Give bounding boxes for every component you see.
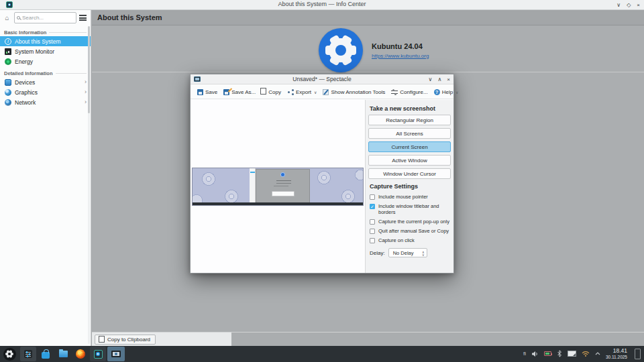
info-icon: i [5,38,11,45]
folder-icon [59,351,68,357]
all-screens-button[interactable]: All Screens [368,128,451,139]
kubuntu-logo-icon [319,28,363,72]
export-icon [287,89,294,95]
checkbox-icon[interactable] [370,229,375,234]
sliders-icon [24,350,32,358]
taskbar-firefox-button[interactable] [72,347,89,361]
export-button[interactable]: Export ∨ [287,89,317,95]
section-detailed-information: Detailed Information [0,66,91,77]
taskbar: fi 18.41 30.11.2025 [0,346,644,362]
chevron-right-icon: › [85,99,87,105]
save-icon [197,89,203,95]
spectacle-window-title: Unsaved* — Spectacle [191,76,453,82]
copy-button[interactable]: Copy [262,89,281,95]
clock-date: 30.11.2025 [606,355,627,359]
show-annotation-tools-button[interactable]: Show Annotation Tools [323,89,385,95]
page-header: About this System [92,10,644,25]
battery-indicator-icon[interactable] [544,351,551,356]
annotation-icon [323,89,329,95]
sidebar-item-graphics[interactable]: Graphics › [0,87,91,97]
current-screen-button[interactable]: Current Screen [368,141,451,152]
home-icon[interactable]: ⌂ [3,14,11,21]
copy-to-clipboard-button[interactable]: Copy to Clipboard [95,335,156,345]
minimize-icon[interactable]: ∨ [616,2,621,8]
sidebar-item-devices[interactable]: Devices › [0,77,91,87]
checkbox-icon[interactable] [370,219,375,225]
show-desktop-button[interactable] [635,349,641,359]
spectacle-panel: Take a new screenshot Rectangular Region… [365,100,453,273]
take-screenshot-heading: Take a new screenshot [370,105,435,112]
option-capture-popup-only[interactable]: Capture the current pop-up only [370,219,453,225]
taskbar-spectacle-task[interactable] [107,347,125,361]
rectangular-region-button[interactable]: Rectangular Region [368,115,451,125]
expand-tray-icon[interactable] [595,352,600,355]
checkbox-icon[interactable] [370,194,375,200]
digital-clock[interactable]: 18.41 30.11.2025 [606,348,627,359]
option-quit-after-save[interactable]: Quit after manual Save or Copy [370,228,453,234]
window-under-cursor-button[interactable]: Window Under Cursor [368,168,451,179]
page-title: About this System [92,13,162,21]
spectacle-window: Unsaved* — Spectacle ∨ ∧ × Save Save As.… [190,74,454,274]
capture-settings-heading: Capture Settings [370,183,418,190]
chevron-down-icon: ∨ [455,90,458,95]
sidebar-item-about-this-system[interactable]: i About this System [0,36,91,46]
volume-icon[interactable] [531,351,539,357]
search-icon [17,16,20,19]
firefox-icon [76,349,85,359]
sidebar-item-network[interactable]: Network › [0,97,91,107]
close-icon[interactable]: × [637,2,640,8]
system-tray: fi 18.41 30.11.2025 [523,348,644,359]
devices-icon [5,79,11,86]
help-button[interactable]: ? Help ∨ [434,89,459,95]
checkbox-checked-icon[interactable]: ✓ [370,204,375,209]
clock-time: 18.41 [606,348,627,355]
thumbnail-window [256,169,310,203]
save-button[interactable]: Save [197,89,217,95]
option-include-mouse-pointer[interactable]: Include mouse pointer [370,194,453,200]
spectacle-icon [111,351,121,357]
network-icon [5,99,11,106]
minimize-icon[interactable]: ∨ [429,76,433,82]
screenshot-thumbnail[interactable] [192,168,364,206]
save-as-icon [223,89,229,95]
delay-spinner[interactable]: No Delay ∧ ∨ [388,248,427,257]
option-capture-on-click[interactable]: Capture on click [370,237,453,243]
spinner-down-icon[interactable]: ∨ [422,253,425,256]
kubuntu-launcher-icon [3,348,16,361]
delay-row: Delay: No Delay ∧ ∨ [370,248,427,257]
distro-name: Kubuntu 24.04 [372,42,429,50]
close-icon[interactable]: × [447,76,450,82]
screen-share-icon[interactable] [568,351,576,357]
chevron-right-icon: › [85,79,87,85]
distro-website-link[interactable]: https://www.kubuntu.org [372,53,429,59]
taskbar-info-center-task[interactable] [90,347,106,361]
discover-icon [42,352,50,359]
system-monitor-icon [5,48,11,55]
maximize-icon[interactable]: ∧ [437,76,441,82]
taskbar-file-manager-button[interactable] [55,347,71,361]
sidebar-scrollbar[interactable] [88,26,90,344]
option-include-titlebar-borders[interactable]: ✓ Include window titlebar and borders [370,203,453,215]
sidebar: ⌂ Basic Information i About this System … [0,10,91,346]
delay-label: Delay: [370,250,385,256]
sidebar-item-energy[interactable]: Energy [0,56,91,66]
active-window-button[interactable]: Active Window [368,155,451,166]
search-box[interactable] [14,12,76,23]
wifi-icon[interactable] [582,351,590,357]
sidebar-item-system-monitor[interactable]: System Monitor [0,46,91,56]
hamburger-menu-icon[interactable] [79,15,87,21]
graphics-icon [5,89,11,96]
info-center-icon [94,350,103,359]
maximize-icon[interactable]: ◇ [627,2,631,8]
taskbar-discover-button[interactable] [38,347,54,361]
bluetooth-icon[interactable] [557,350,562,357]
checkbox-icon[interactable] [370,238,375,243]
taskbar-settings-button[interactable] [20,347,36,361]
save-as-button[interactable]: Save As... [223,89,256,95]
keyboard-layout-indicator[interactable]: fi [523,351,526,357]
spectacle-titlebar[interactable]: Unsaved* — Spectacle ∨ ∧ × [191,74,453,84]
configure-button[interactable]: Configure... [391,89,427,95]
search-input[interactable] [22,15,74,21]
chevron-right-icon: › [85,89,87,95]
app-launcher-button[interactable] [1,347,17,361]
